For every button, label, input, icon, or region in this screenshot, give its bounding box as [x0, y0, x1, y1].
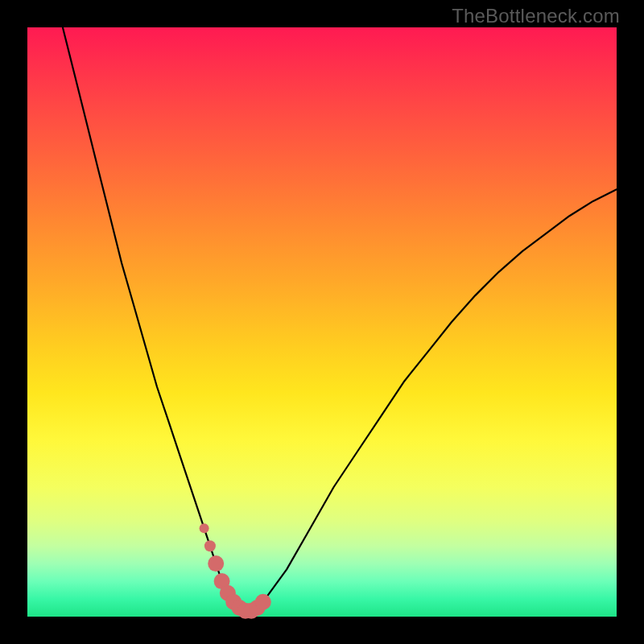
curve-path: [63, 27, 617, 611]
highlight-dot: [208, 555, 224, 572]
highlight-dot: [255, 594, 271, 610]
watermark-text: TheBottleneck.com: [452, 5, 620, 27]
highlight-dot: [204, 540, 216, 551]
plot-area: [27, 27, 617, 617]
chart-frame: TheBottleneck.com: [0, 0, 644, 644]
highlight-dot-lead: [200, 523, 209, 533]
bottleneck-curve: [27, 27, 617, 617]
highlight-markers: [200, 523, 271, 619]
